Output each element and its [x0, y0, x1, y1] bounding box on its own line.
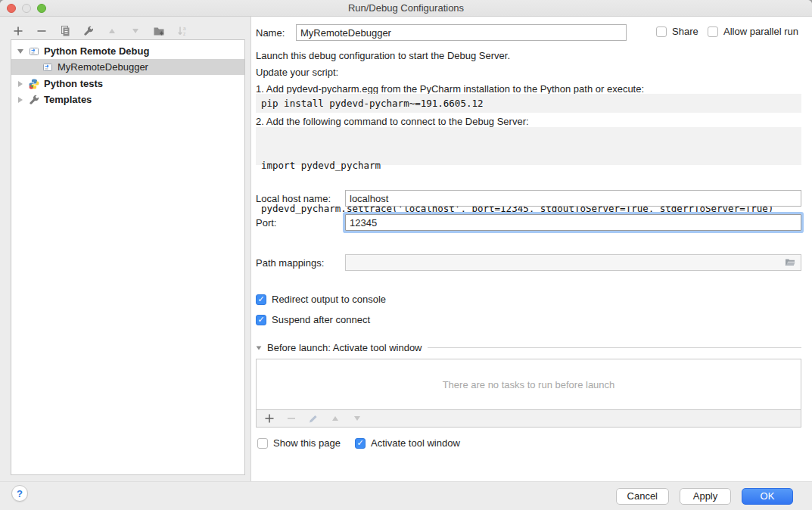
checkbox-label: Allow parallel run [723, 26, 798, 37]
activate-tool-window-checkbox[interactable]: Activate tool window [355, 437, 460, 449]
suspend-after-connect-checkbox[interactable]: Suspend after connect [256, 314, 370, 325]
tasks-toolbar [256, 410, 801, 428]
instruction-line-2: Update your script: [256, 67, 338, 78]
configurations-tree: Python Remote Debug MyRemoteDebugger Pyt… [11, 39, 245, 475]
instruction-step-2: 2. Add the following command to connect … [256, 116, 529, 127]
checkbox-box[interactable] [257, 438, 268, 449]
title-bar: Run/Debug Configurations [0, 0, 812, 17]
section-rule [428, 347, 801, 348]
remove-task-icon [285, 412, 297, 424]
edit-templates-icon[interactable] [82, 25, 95, 37]
chevron-right-icon[interactable] [17, 97, 24, 103]
dialog-button-bar: Cancel Apply OK [0, 481, 812, 510]
checkbox-box[interactable] [355, 438, 366, 449]
svg-text:z: z [183, 31, 185, 36]
tree-item-templates[interactable]: Templates [11, 92, 244, 107]
checkbox-label: Suspend after connect [272, 314, 370, 325]
checkbox-label: Activate tool window [371, 437, 460, 449]
cancel-button[interactable]: Cancel [616, 488, 669, 505]
tree-item-myremotedebugger[interactable]: MyRemoteDebugger [11, 59, 244, 75]
svg-text:a: a [183, 26, 186, 31]
instruction-line-1: Launch this debug configuration to start… [256, 50, 510, 61]
empty-tasks-message: There are no tasks to run before launch [443, 379, 615, 390]
before-launch-title: Before launch: Activate tool window [267, 342, 422, 353]
local-host-label: Local host name: [256, 193, 331, 204]
before-launch-section-header[interactable]: Before launch: Activate tool window [256, 342, 801, 353]
settrace-code: import pydevd_pycharm pydevd_pycharm.set… [256, 127, 801, 165]
checkbox-box[interactable] [708, 26, 718, 37]
configuration-editor-panel: Name: Share Allow parallel run Launch th… [250, 17, 812, 481]
browse-folder-icon[interactable] [784, 257, 798, 271]
new-folder-icon[interactable] [153, 25, 165, 37]
tree-item-label: MyRemoteDebugger [58, 61, 148, 73]
chevron-down-icon[interactable] [17, 49, 24, 54]
checkbox-box[interactable] [256, 315, 266, 325]
python-tests-icon [28, 78, 40, 90]
help-button[interactable]: ? [11, 485, 28, 502]
move-task-up-icon [329, 412, 341, 424]
tree-item-label: Templates [44, 94, 92, 105]
checkbox-box[interactable] [656, 26, 667, 37]
redirect-output-checkbox[interactable]: Redirect output to console [256, 294, 386, 305]
remote-debug-icon [28, 45, 40, 58]
move-up-icon [106, 25, 118, 37]
settrace-code-line-1: import pydevd_pycharm [261, 158, 796, 173]
tree-item-python-remote-debug[interactable]: Python Remote Debug [11, 43, 244, 59]
allow-parallel-run-checkbox[interactable]: Allow parallel run [708, 26, 798, 37]
checkbox-label: Share [672, 26, 698, 37]
instruction-step-1: 1. Add pydevd-pycharm.egg from the PyCha… [256, 83, 644, 95]
chevron-right-icon[interactable] [17, 81, 24, 87]
remote-debug-icon [42, 61, 54, 73]
move-down-icon [129, 25, 142, 37]
before-launch-task-list: There are no tasks to run before launch [256, 359, 801, 410]
configurations-toolbar: az [12, 23, 188, 39]
share-checkbox[interactable]: Share [656, 26, 698, 37]
tree-item-python-tests[interactable]: Python tests [11, 76, 244, 92]
remove-icon[interactable] [36, 25, 48, 37]
add-icon[interactable] [12, 25, 24, 37]
checkbox-box[interactable] [256, 294, 266, 305]
path-mappings-input[interactable] [345, 254, 801, 271]
pip-install-code: pip install pydevd-pycharm~=191.6605.12 [256, 94, 801, 113]
run-debug-configurations-dialog: Run/Debug Configurations az [0, 0, 812, 510]
port-label: Port: [256, 217, 276, 229]
port-input[interactable] [345, 214, 801, 231]
apply-button[interactable]: Apply [680, 488, 731, 505]
checkbox-label: Redirect output to console [272, 294, 386, 305]
collapse-icon[interactable] [257, 346, 262, 350]
wrench-icon [28, 94, 40, 106]
add-task-icon[interactable] [263, 412, 275, 424]
tree-item-label: Python tests [44, 78, 103, 89]
sort-alphabetically-icon: az [176, 25, 188, 37]
path-mappings-label: Path mappings: [256, 257, 324, 269]
ok-button[interactable]: OK [742, 488, 793, 505]
checkbox-label: Show this page [273, 437, 341, 449]
show-this-page-checkbox[interactable]: Show this page [257, 437, 341, 449]
move-task-down-icon [351, 412, 363, 424]
local-host-input[interactable] [345, 190, 801, 207]
tree-item-label: Python Remote Debug [44, 45, 149, 57]
name-label: Name: [256, 27, 285, 39]
window-title: Run/Debug Configurations [0, 2, 812, 14]
edit-task-icon [307, 412, 319, 424]
copy-icon[interactable] [59, 25, 71, 37]
name-input[interactable] [296, 24, 627, 41]
